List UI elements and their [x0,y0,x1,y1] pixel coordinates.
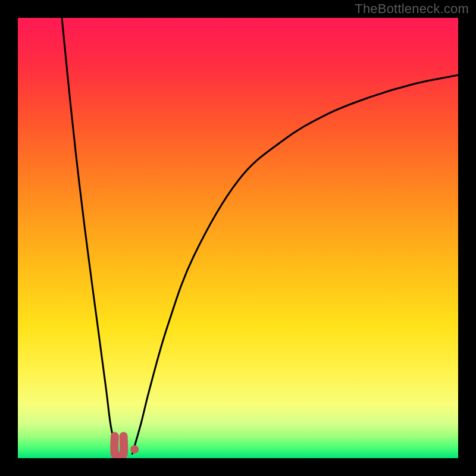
watermark-text: TheBottleneck.com [355,1,469,17]
gradient-background [18,18,458,458]
chart-container: TheBottleneck.com [0,0,476,476]
plot-area [18,18,458,458]
dot-marker [130,445,139,453]
chart-svg [18,18,458,458]
